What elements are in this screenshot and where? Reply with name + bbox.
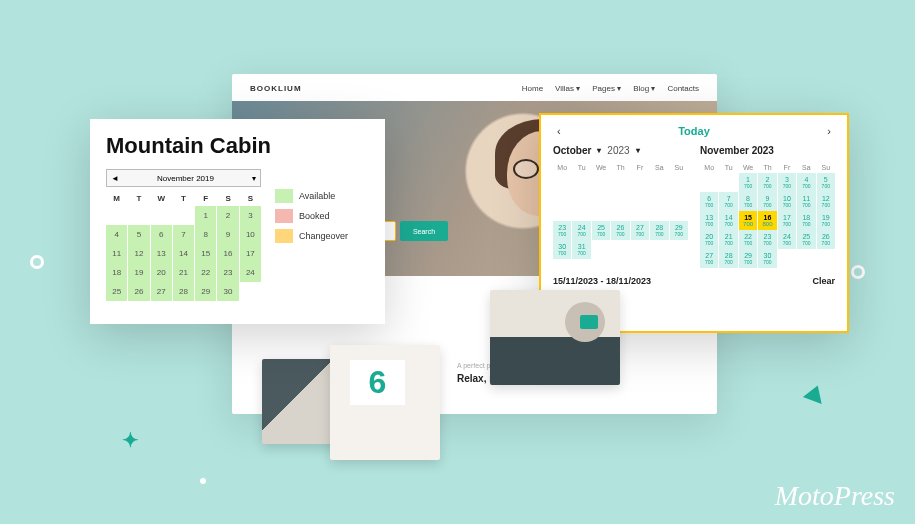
calendar-day[interactable]: 26 [128, 282, 149, 301]
calendar-day[interactable]: 29 [195, 282, 216, 301]
picker-day[interactable]: 22700 [739, 230, 757, 249]
picker-day[interactable]: 17700 [778, 211, 796, 230]
picker-day [650, 240, 668, 259]
picker-day[interactable]: 21700 [719, 230, 737, 249]
calendar-day[interactable]: 27 [151, 282, 172, 301]
brand-watermark: MotoPress [775, 480, 895, 512]
calendar-day[interactable]: 20 [151, 263, 172, 282]
calendar-day[interactable]: 25 [106, 282, 127, 301]
picker-day[interactable]: 28700 [650, 221, 668, 240]
picker-day[interactable]: 30700 [758, 249, 776, 268]
calendar-day[interactable]: 9 [217, 225, 238, 244]
picker-day [611, 240, 629, 259]
legend-available: Available [275, 189, 348, 203]
picker-day[interactable]: 12700 [817, 192, 835, 211]
nav-villas[interactable]: Villas ▾ [555, 84, 580, 93]
legend-changeover: Changeover [275, 229, 348, 243]
picker-day[interactable]: 26700 [817, 230, 835, 249]
calendar-day[interactable]: 4 [106, 225, 127, 244]
nav-blog[interactable]: Blog ▾ [633, 84, 655, 93]
prev-month-arrow[interactable]: ‹ [553, 125, 565, 137]
calendar-day[interactable]: 10 [240, 225, 261, 244]
calendar-day [128, 206, 149, 225]
calendar-day[interactable]: 13 [151, 244, 172, 263]
picker-day[interactable]: 29700 [670, 221, 688, 240]
calendar-day[interactable]: 28 [173, 282, 194, 301]
calendar-day[interactable]: 14 [173, 244, 194, 263]
picker-day[interactable]: 6700 [700, 192, 718, 211]
picker-day[interactable]: 13700 [700, 211, 718, 230]
next-month-arrow[interactable]: › [823, 125, 835, 137]
selected-range: 15/11/2023 - 18/11/2023 [553, 276, 651, 286]
picker-day[interactable]: 26700 [611, 221, 629, 240]
picker-day[interactable]: 10700 [778, 192, 796, 211]
picker-day[interactable]: 18700 [797, 211, 815, 230]
picker-day[interactable]: 5700 [817, 173, 835, 192]
calendar-day [240, 282, 261, 301]
picker-day[interactable]: 24700 [778, 230, 796, 249]
picker-day[interactable]: 27700 [631, 221, 649, 240]
site-logo: BOOKLIUM [250, 84, 302, 93]
month-select[interactable]: ◄November 2019▾ [106, 169, 261, 187]
picker-day[interactable]: 15700 [739, 211, 757, 230]
picker-day[interactable]: 23700 [553, 221, 571, 240]
calendar-day[interactable]: 7 [173, 225, 194, 244]
calendar-day[interactable]: 6 [151, 225, 172, 244]
picker-day[interactable]: 19700 [817, 211, 835, 230]
picker-day[interactable]: 1700 [739, 173, 757, 192]
picker-day [592, 240, 610, 259]
picker-day[interactable]: 28700 [719, 249, 737, 268]
calendar-day [106, 206, 127, 225]
picker-day [797, 249, 815, 268]
picker-day[interactable]: 3700 [778, 173, 796, 192]
picker-day[interactable]: 7700 [719, 192, 737, 211]
calendar-day[interactable]: 19 [128, 263, 149, 282]
gallery-photo-art: 6 [330, 345, 440, 460]
picker-day[interactable]: 11700 [797, 192, 815, 211]
calendar-day[interactable]: 17 [240, 244, 261, 263]
calendar-day[interactable]: 22 [195, 263, 216, 282]
picker-day[interactable]: 2700 [758, 173, 776, 192]
picker-day[interactable]: 24700 [572, 221, 590, 240]
calendar-day[interactable]: 18 [106, 263, 127, 282]
clear-button[interactable]: Clear [812, 276, 835, 286]
picker-day[interactable]: 29700 [739, 249, 757, 268]
calendar-day[interactable]: 30 [217, 282, 238, 301]
calendar-day [151, 206, 172, 225]
picker-day[interactable]: 30700 [553, 240, 571, 259]
today-button[interactable]: Today [678, 125, 710, 137]
calendar-day[interactable]: 5 [128, 225, 149, 244]
calendar-day[interactable]: 1 [195, 206, 216, 225]
picker-day[interactable]: 31700 [572, 240, 590, 259]
picker-day[interactable]: 23700 [758, 230, 776, 249]
property-title: Mountain Cabin [106, 133, 369, 159]
calendar-day[interactable]: 16 [217, 244, 238, 263]
picker-day[interactable]: 16800 [758, 211, 776, 230]
picker-day[interactable]: 4700 [797, 173, 815, 192]
calendar-day[interactable]: 12 [128, 244, 149, 263]
picker-day [719, 173, 737, 192]
picker-day [700, 173, 718, 192]
nav-pages[interactable]: Pages ▾ [592, 84, 621, 93]
calendar-day[interactable]: 8 [195, 225, 216, 244]
month-a-label: October [553, 145, 591, 156]
calendar-day[interactable]: 2 [217, 206, 238, 225]
calendar-day[interactable]: 21 [173, 263, 194, 282]
site-nav: Home Villas ▾ Pages ▾ Blog ▾ Contacts [522, 84, 699, 93]
picker-day[interactable]: 27700 [700, 249, 718, 268]
picker-day[interactable]: 20700 [700, 230, 718, 249]
picker-day[interactable]: 25700 [797, 230, 815, 249]
calendar-day[interactable]: 23 [217, 263, 238, 282]
nav-home[interactable]: Home [522, 84, 543, 93]
calendar-day[interactable]: 11 [106, 244, 127, 263]
picker-day[interactable]: 14700 [719, 211, 737, 230]
picker-day[interactable]: 9700 [758, 192, 776, 211]
calendar-day[interactable]: 15 [195, 244, 216, 263]
calendar-day[interactable]: 3 [240, 206, 261, 225]
picker-day[interactable]: 25700 [592, 221, 610, 240]
picker-day[interactable]: 8700 [739, 192, 757, 211]
nav-contacts[interactable]: Contacts [667, 84, 699, 93]
search-button[interactable]: Search [400, 221, 448, 241]
month-b-label: November 2023 [700, 145, 835, 156]
calendar-day[interactable]: 24 [240, 263, 261, 282]
